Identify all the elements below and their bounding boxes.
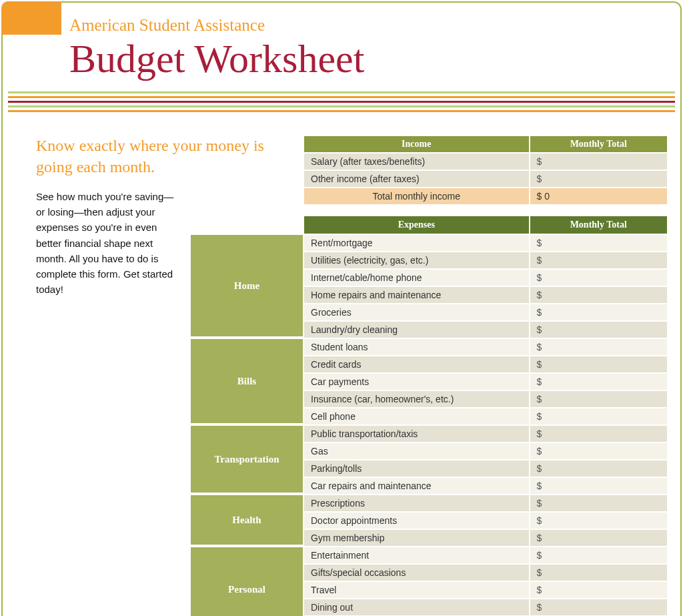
expense-value[interactable]: $: [530, 599, 668, 616]
income-total-label: Total monthly income: [303, 188, 530, 205]
expense-value[interactable]: $: [530, 304, 668, 321]
expense-row: Entertainment$: [303, 547, 668, 564]
income-value[interactable]: $: [530, 153, 668, 170]
tables-column: Income Monthly Total Salary (after taxes…: [303, 135, 668, 616]
income-total-row: Total monthly income $ 0: [303, 188, 668, 205]
expense-row: Utilities (electricity, gas, etc.)$: [303, 252, 668, 269]
expense-value[interactable]: $: [530, 547, 668, 564]
expense-row: Insurance (car, homeowner's, etc.)$: [303, 390, 668, 408]
income-row: Other income (after taxes) $: [303, 170, 668, 188]
income-value[interactable]: $: [530, 170, 668, 188]
expense-label: Car repairs and maintenance: [303, 477, 530, 495]
expense-label: Public transportation/taxis: [303, 425, 530, 442]
income-label: Salary (after taxes/benefits): [303, 153, 530, 170]
category-cell: Health: [189, 494, 303, 546]
expense-row: Groceries$: [303, 304, 668, 321]
corner-tab: [1, 1, 61, 35]
expense-value[interactable]: $: [530, 512, 668, 529]
expense-label: Rent/mortgage: [303, 234, 530, 252]
expenses-header-total: Monthly Total: [530, 216, 668, 234]
expense-row: Doctor appointments$: [303, 512, 668, 529]
income-table: Income Monthly Total Salary (after taxes…: [303, 135, 668, 206]
income-total-value: $ 0: [530, 188, 668, 205]
expense-row: Laundry/dry cleaning$: [303, 321, 668, 338]
expense-value[interactable]: $: [530, 425, 668, 442]
expense-row: Public transportation/taxis$: [303, 425, 668, 442]
worksheet-page: American Student Assistance Budget Works…: [1, 1, 682, 616]
expense-value[interactable]: $: [530, 477, 668, 495]
expenses-table: Expenses Monthly Total Rent/mortgage$Uti…: [303, 215, 668, 616]
header: American Student Assistance Budget Works…: [3, 3, 680, 87]
expense-value[interactable]: $: [530, 321, 668, 338]
expense-label: Gas: [303, 442, 530, 460]
expense-label: Gifts/special occasions: [303, 564, 530, 581]
expense-row: Travel$: [303, 581, 668, 599]
expense-label: Credit cards: [303, 356, 530, 373]
category-cell: Personal: [189, 546, 303, 616]
expense-value[interactable]: $: [530, 581, 668, 599]
expense-row: Gifts/special occasions$: [303, 564, 668, 581]
expense-label: Cell phone: [303, 408, 530, 425]
expense-row: Parking/tolls$: [303, 460, 668, 477]
intro-body: See how much you're saving—or losing—the…: [36, 189, 179, 298]
expenses-header-row: Expenses Monthly Total: [303, 216, 668, 234]
category-cell: Transportation: [189, 424, 303, 494]
expense-label: Insurance (car, homeowner's, etc.): [303, 390, 530, 408]
divider-stripes: [8, 91, 675, 112]
income-header-label: Income: [303, 135, 530, 153]
expense-value[interactable]: $: [530, 564, 668, 581]
income-header-total: Monthly Total: [530, 135, 668, 153]
category-column: HomeBillsTransportationHealthPersonalMis…: [189, 215, 303, 616]
expense-value[interactable]: $: [530, 252, 668, 269]
expense-label: Dining out: [303, 599, 530, 616]
expense-value[interactable]: $: [530, 373, 668, 390]
expense-value[interactable]: $: [530, 529, 668, 547]
expense-label: Travel: [303, 581, 530, 599]
expense-row: Rent/mortgage$: [303, 234, 668, 252]
page-title: Budget Worksheet: [69, 36, 680, 82]
expense-row: Home repairs and maintenance$: [303, 286, 668, 304]
intro-heading: Know exactly where your money is going e…: [36, 135, 289, 178]
expense-row: Cell phone$: [303, 408, 668, 425]
expense-label: Student loans: [303, 338, 530, 356]
income-header-row: Income Monthly Total: [303, 135, 668, 153]
expenses-section: HomeBillsTransportationHealthPersonalMis…: [189, 215, 668, 616]
expense-value[interactable]: $: [530, 390, 668, 408]
expense-label: Utilities (electricity, gas, etc.): [303, 252, 530, 269]
expense-value[interactable]: $: [530, 495, 668, 512]
expense-label: Internet/cable/home phone: [303, 269, 530, 286]
expense-label: Parking/tolls: [303, 460, 530, 477]
expense-value[interactable]: $: [530, 234, 668, 252]
expense-row: Gas$: [303, 442, 668, 460]
expense-label: Doctor appointments: [303, 512, 530, 529]
subtitle: American Student Assistance: [69, 16, 680, 35]
content: Know exactly where your money is going e…: [3, 115, 680, 616]
expense-value[interactable]: $: [530, 442, 668, 460]
expense-value[interactable]: $: [530, 286, 668, 304]
expenses-header-label: Expenses: [303, 216, 530, 234]
expense-value[interactable]: $: [530, 338, 668, 356]
expense-label: Car payments: [303, 373, 530, 390]
expense-label: Entertainment: [303, 547, 530, 564]
expense-value[interactable]: $: [530, 269, 668, 286]
expense-label: Prescriptions: [303, 495, 530, 512]
expense-value[interactable]: $: [530, 408, 668, 425]
income-row: Salary (after taxes/benefits) $: [303, 153, 668, 170]
expense-row: Dining out$: [303, 599, 668, 616]
expense-row: Internet/cable/home phone$: [303, 269, 668, 286]
expense-label: Groceries: [303, 304, 530, 321]
expense-row: Prescriptions$: [303, 495, 668, 512]
expense-row: Car payments$: [303, 373, 668, 390]
expense-value[interactable]: $: [530, 460, 668, 477]
expense-row: Credit cards$: [303, 356, 668, 373]
expense-value[interactable]: $: [530, 356, 668, 373]
income-label: Other income (after taxes): [303, 170, 530, 188]
expense-label: Laundry/dry cleaning: [303, 321, 530, 338]
expense-label: Gym membership: [303, 529, 530, 547]
expense-row: Student loans$: [303, 338, 668, 356]
expense-label: Home repairs and maintenance: [303, 286, 530, 304]
category-cell: Bills: [189, 338, 303, 424]
expense-row: Gym membership$: [303, 529, 668, 547]
category-cell: Home: [189, 234, 303, 338]
expense-row: Car repairs and maintenance$: [303, 477, 668, 495]
